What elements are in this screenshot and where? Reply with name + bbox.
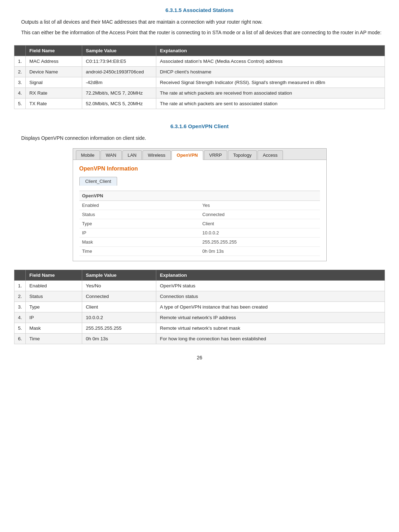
table-cell: IP xyxy=(26,312,82,323)
tab-item-lan[interactable]: LAN xyxy=(122,150,142,160)
table-cell: The rate at which packets are received f… xyxy=(156,88,385,98)
col-header-samplevalue2: Sample Value xyxy=(82,270,156,281)
info-value: Connected xyxy=(200,210,320,219)
table-cell: Time xyxy=(26,334,82,344)
table-cell: Device Name xyxy=(26,66,82,77)
table-cell: For how long the connection has been est… xyxy=(156,334,385,344)
col-header-fieldname: Field Name xyxy=(26,45,82,56)
info-label: Enabled xyxy=(79,201,200,210)
table-cell: 2. xyxy=(14,291,26,302)
col-header-explanation: Explanation xyxy=(156,45,385,56)
tab-item-openvpn[interactable]: OpenVPN xyxy=(171,150,203,160)
table-cell: Status xyxy=(26,291,82,302)
tab-item-mobile[interactable]: Mobile xyxy=(76,150,100,160)
table-cell: Mask xyxy=(26,323,82,334)
panel-body: OpenVPN Information Client_Client OpenVP… xyxy=(73,160,326,261)
info-label: Type xyxy=(79,219,200,228)
table-row: 1.EnabledYes/NoOpenVPN status xyxy=(14,281,385,291)
info-row: Time0h 0m 13s xyxy=(79,247,320,256)
table-cell: 52.0Mbit/s, MCS 5, 20MHz xyxy=(82,98,156,109)
info-row: StatusConnected xyxy=(79,210,320,219)
info-value: Yes xyxy=(200,201,320,210)
table-cell: Client xyxy=(82,302,156,312)
table-row: 4.IP10.0.0.2Remote virtual network's IP … xyxy=(14,312,385,323)
info-value: 255.255.255.255 xyxy=(200,238,320,247)
table-cell: Received Signal Strength Indicator (RSSI… xyxy=(156,77,385,88)
table-cell: 2. xyxy=(14,66,26,77)
info-row: IP10.0.0.2 xyxy=(79,228,320,238)
table-cell: Connection status xyxy=(156,291,385,302)
table-row: 2.Device Nameandroid-2450c1993f706cedDHC… xyxy=(14,66,385,77)
table-cell: android-2450c1993f706ced xyxy=(82,66,156,77)
table-cell: 5. xyxy=(14,98,26,109)
col-header-explanation2: Explanation xyxy=(156,270,385,281)
tab-item-wan[interactable]: WAN xyxy=(101,150,122,160)
table-cell: 3. xyxy=(14,77,26,88)
table-cell: 255.255.255.255 xyxy=(82,323,156,334)
tab-item-wireless[interactable]: Wireless xyxy=(143,150,171,160)
info-value: 10.0.0.2 xyxy=(200,228,320,238)
table-cell: 1. xyxy=(14,281,26,291)
section-636-para1: Displays OpenVPN connection information … xyxy=(14,134,385,142)
tab-bar: MobileWANLANWirelessOpenVPNVRRPTopologyA… xyxy=(73,149,326,160)
sub-tab-bar: Client_Client xyxy=(79,177,320,186)
table-cell: The rate at which packets are sent to as… xyxy=(156,98,385,109)
table-cell: Signal xyxy=(26,77,82,88)
table-cell: 0h 0m 13s xyxy=(82,334,156,344)
info-label: Mask xyxy=(79,238,200,247)
table-row: 6.Time0h 0m 13sFor how long the connecti… xyxy=(14,334,385,344)
table-cell: 1. xyxy=(14,56,26,66)
table-cell: DHCP client's hostname xyxy=(156,66,385,77)
section-636-table: Field Name Sample Value Explanation 1.En… xyxy=(14,270,385,344)
info-section-label: OpenVPN xyxy=(79,191,320,201)
table-row: 2.StatusConnectedConnection status xyxy=(14,291,385,302)
col-header-samplevalue: Sample Value xyxy=(82,45,156,56)
table-cell: MAC Address xyxy=(26,56,82,66)
section-635-heading: 6.3.1.5 Associated Stations xyxy=(14,7,385,13)
sub-tab-client[interactable]: Client_Client xyxy=(79,177,117,186)
panel-title: OpenVPN Information xyxy=(79,166,320,172)
table-cell: Enabled xyxy=(26,281,82,291)
table-row: 3.Signal-42dBmReceived Signal Strength I… xyxy=(14,77,385,88)
table-row: 4.RX Rate72.2Mbit/s, MCS 7, 20MHzThe rat… xyxy=(14,88,385,98)
table-cell: 72.2Mbit/s, MCS 7, 20MHz xyxy=(82,88,156,98)
col-header-fieldname2: Field Name xyxy=(26,270,82,281)
tab-item-access[interactable]: Access xyxy=(258,150,283,160)
section-635-para2: This can either be the information of th… xyxy=(14,29,385,36)
table-row: 3.TypeClientA type of OpenVPN instance t… xyxy=(14,302,385,312)
table-cell: 6. xyxy=(14,334,26,344)
info-row: Mask255.255.255.255 xyxy=(79,238,320,247)
section-636-heading: 6.3.1.6 OpenVPN Client xyxy=(14,123,385,129)
table-cell: 4. xyxy=(14,88,26,98)
tab-item-topology[interactable]: Topology xyxy=(228,150,257,160)
section-635-para1: Outputs a list of all devices and their … xyxy=(14,18,385,26)
table-cell: 3. xyxy=(14,302,26,312)
table-row: 1.MAC AddressC0:11:73:94:E8:E5Associated… xyxy=(14,56,385,66)
info-label: Status xyxy=(79,210,200,219)
info-value: Client xyxy=(200,219,320,228)
info-value: 0h 0m 13s xyxy=(200,247,320,256)
table-cell: Type xyxy=(26,302,82,312)
table-cell: Yes/No xyxy=(82,281,156,291)
tab-item-vrrp[interactable]: VRRP xyxy=(204,150,227,160)
table-cell: RX Rate xyxy=(26,88,82,98)
info-row: EnabledYes xyxy=(79,201,320,210)
col-header-num xyxy=(14,45,26,56)
table-row: 5.Mask255.255.255.255Remote virtual netw… xyxy=(14,323,385,334)
info-label: IP xyxy=(79,228,200,238)
openvpn-info-table: OpenVPNEnabledYesStatusConnectedTypeClie… xyxy=(79,191,320,256)
table-cell: 5. xyxy=(14,323,26,334)
col-header-num2 xyxy=(14,270,26,281)
table-cell: 4. xyxy=(14,312,26,323)
info-section-header: OpenVPN xyxy=(79,191,320,201)
page-number: 26 xyxy=(14,355,385,360)
table-cell: C0:11:73:94:E8:E5 xyxy=(82,56,156,66)
table-cell: TX Rate xyxy=(26,98,82,109)
table-cell: Associated station's MAC (Media Access C… xyxy=(156,56,385,66)
table-cell: 10.0.0.2 xyxy=(82,312,156,323)
table-row: 5.TX Rate52.0Mbit/s, MCS 5, 20MHzThe rat… xyxy=(14,98,385,109)
openvpn-ui-panel: MobileWANLANWirelessOpenVPNVRRPTopologyA… xyxy=(73,148,327,261)
table-cell: Remote virtual network's IP address xyxy=(156,312,385,323)
table-cell: Remote virtual network's subnet mask xyxy=(156,323,385,334)
section-635-table: Field Name Sample Value Explanation 1.MA… xyxy=(14,45,385,109)
